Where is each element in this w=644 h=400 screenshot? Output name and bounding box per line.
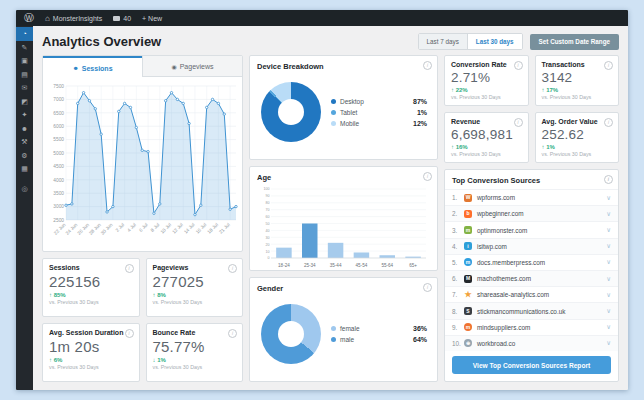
chevron-down-icon[interactable]: ∨ — [606, 210, 611, 218]
stat-vs-label: vs. Previous 30 Days — [49, 299, 133, 305]
info-icon[interactable] — [125, 264, 134, 273]
menu-tools[interactable]: ⚒ — [16, 135, 33, 149]
svg-text:10: 10 — [266, 250, 270, 254]
legend-label: Desktop — [340, 98, 364, 105]
chevron-down-icon[interactable]: ∨ — [606, 275, 611, 283]
svg-text:50: 50 — [266, 222, 270, 226]
menu-posts[interactable]: ✎ — [16, 41, 33, 55]
svg-text:45-54: 45-54 — [356, 263, 368, 268]
source-row-optinmonster.com[interactable]: 3.moptinmonster.com∨ — [445, 221, 618, 237]
age-bar-chart: 010203040506070809010018-2425-3435-4445-… — [257, 182, 430, 275]
source-domain: shareasale-analytics.com — [477, 291, 549, 298]
source-row-isitwp.com[interactable]: 4.iisitwp.com∨ — [445, 238, 618, 254]
gender-donut-chart — [261, 304, 321, 364]
site-favicon-icon: ★ — [464, 291, 472, 299]
source-domain: wpforms.com — [477, 194, 515, 201]
device-legend: Desktop87%Tablet1%Mobile12% — [331, 98, 430, 127]
svg-text:90: 90 — [266, 194, 270, 198]
person-icon: ☻ — [72, 65, 78, 71]
source-row-wpbeginner.com[interactable]: 2.bwpbeginner.com∨ — [445, 205, 618, 221]
new-label: + New — [142, 15, 162, 22]
menu-pages[interactable]: ▤ — [16, 68, 33, 82]
legend-value: 1% — [417, 109, 427, 116]
stat-vs-label: vs. Previous 30 Days — [542, 94, 613, 100]
info-icon[interactable] — [604, 61, 613, 70]
svg-text:60: 60 — [266, 215, 270, 219]
info-icon[interactable] — [228, 329, 237, 338]
source-row-docs.memberpress.com[interactable]: 5.mdocs.memberpress.com∨ — [445, 254, 618, 270]
stats-left-grid: Sessions225156↑ 85%vs. Previous 30 DaysP… — [42, 258, 243, 382]
wordpress-logo-icon[interactable]: Ⓦ — [24, 13, 34, 23]
source-row-machothemes.com[interactable]: 6.Mmachothemes.com∨ — [445, 270, 618, 286]
svg-text:7000: 7000 — [53, 97, 64, 102]
new-content-menu[interactable]: + New — [142, 15, 162, 22]
page-header: Analytics Overview Last 7 days Last 30 d… — [33, 26, 628, 55]
legend-item-mobile: Mobile12% — [331, 120, 427, 127]
svg-text:3000: 3000 — [53, 204, 64, 209]
comments-menu[interactable]: 40 — [113, 15, 131, 22]
chevron-down-icon[interactable]: ∨ — [606, 307, 611, 315]
chevron-down-icon[interactable]: ∨ — [606, 339, 611, 347]
menu-users[interactable]: ☻ — [16, 122, 33, 136]
tab-pageviews[interactable]: ◉ Pageviews — [142, 56, 242, 77]
chevron-down-icon[interactable]: ∨ — [606, 242, 611, 250]
source-row-shareasale-analytics.com[interactable]: 7.★shareasale-analytics.com∨ — [445, 286, 618, 302]
menu-monsterinsights-dashboard[interactable]: ◔ — [16, 27, 33, 41]
info-icon[interactable] — [604, 118, 613, 127]
chevron-down-icon[interactable]: ∨ — [606, 258, 611, 266]
last-7-days-button[interactable]: Last 7 days — [419, 34, 467, 49]
svg-text:20: 20 — [266, 243, 270, 247]
menu-plugins[interactable]: ✦ — [16, 108, 33, 122]
svg-text:100: 100 — [264, 187, 270, 191]
view-report-button[interactable]: View Top Conversion Sources Report — [452, 356, 611, 374]
info-icon[interactable] — [423, 61, 432, 70]
stat-card-sessions: Sessions225156↑ 85%vs. Previous 30 Days — [42, 258, 140, 317]
svg-text:0: 0 — [268, 256, 270, 260]
svg-text:30 Jun: 30 Jun — [100, 222, 114, 236]
svg-text:4 Jul: 4 Jul — [126, 222, 137, 233]
info-icon[interactable] — [423, 172, 432, 181]
source-domain: stickmancommunications.co.uk — [477, 308, 565, 315]
stat-change: ↑ 85% — [49, 292, 133, 298]
chart-tabs: ☻ Sessions ◉ Pageviews — [43, 56, 242, 78]
stats-right-grid: Conversion Rate2.71%↑ 22%vs. Previous 30… — [444, 55, 619, 163]
info-icon[interactable] — [604, 175, 613, 184]
menu-media[interactable]: ▣ — [16, 54, 33, 68]
source-row-workbroad.co[interactable]: 10.⊕workbroad.co∨ — [445, 335, 618, 351]
set-custom-date-range-button[interactable]: Set Custom Date Range — [530, 34, 619, 50]
last-30-days-button[interactable]: Last 30 days — [467, 34, 522, 49]
menu-collapse[interactable]: ◎ — [16, 182, 33, 196]
chevron-down-icon[interactable]: ∨ — [606, 291, 611, 299]
menu-settings[interactable]: ⚙ — [16, 149, 33, 163]
menu-appearance[interactable]: ◩ — [16, 95, 33, 109]
admin-top-bar: Ⓦ ⌂ MonsterInsights 40 + New — [16, 10, 628, 26]
stat-card-bounce-rate: Bounce Rate75.77%↓ 1%vs. Previous 30 Day… — [146, 323, 244, 382]
legend-item-male: male64% — [331, 336, 427, 343]
source-row-stickmancommunications.co.uk[interactable]: 8.Sstickmancommunications.co.uk∨ — [445, 302, 618, 318]
stat-card-transactions: Transactions3142↑ 17%vs. Previous 30 Day… — [535, 55, 620, 106]
source-rank: 8. — [452, 308, 464, 315]
chevron-down-icon[interactable]: ∨ — [606, 323, 611, 331]
svg-text:21 Jul: 21 Jul — [218, 222, 231, 235]
stat-card-avg-order-value: Avg. Order Value252.62↑ 1%vs. Previous 3… — [535, 112, 620, 163]
legend-item-desktop: Desktop87% — [331, 98, 427, 105]
info-icon[interactable] — [228, 264, 237, 273]
svg-text:5500: 5500 — [53, 137, 64, 142]
stat-value: 3142 — [542, 70, 613, 85]
info-icon[interactable] — [423, 283, 432, 292]
svg-text:6000: 6000 — [53, 124, 64, 129]
info-icon[interactable] — [514, 118, 523, 127]
site-menu[interactable]: ⌂ MonsterInsights — [45, 14, 102, 23]
source-rank: 5. — [452, 259, 464, 266]
chevron-down-icon[interactable]: ∨ — [606, 194, 611, 202]
source-row-wpforms.com[interactable]: 1.Wwpforms.com∨ — [445, 189, 618, 205]
source-row-mindsuppliers.com[interactable]: 9.mmindsuppliers.com∨ — [445, 319, 618, 335]
menu-analytics[interactable]: ▦ — [16, 162, 33, 176]
stat-card-conversion-rate: Conversion Rate2.71%↑ 22%vs. Previous 30… — [444, 55, 529, 106]
tab-sessions[interactable]: ☻ Sessions — [43, 56, 142, 78]
chevron-down-icon[interactable]: ∨ — [606, 226, 611, 234]
info-icon[interactable] — [514, 61, 523, 70]
source-domain: machothemes.com — [477, 275, 531, 282]
menu-comments[interactable]: ✉ — [16, 81, 33, 95]
info-icon[interactable] — [125, 329, 134, 338]
